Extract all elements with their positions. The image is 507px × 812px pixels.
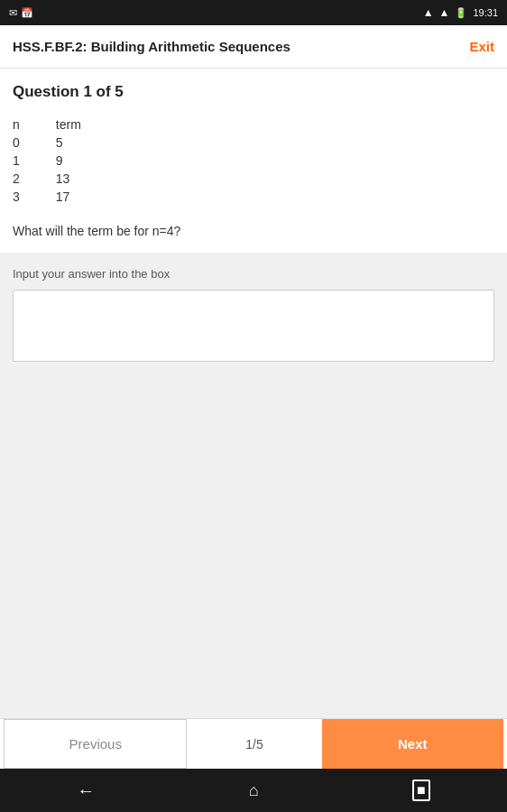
question-text: What will the term be for n=4? xyxy=(13,224,494,238)
question-area: Question 1 of 5 n term 0 5 1 9 xyxy=(0,69,507,253)
col-header-n: n xyxy=(13,115,56,134)
cell-term-1: 9 xyxy=(56,152,117,170)
signal-icon: ▲ xyxy=(439,6,450,19)
table-row: 2 13 xyxy=(13,170,117,188)
header: HSS.F.BF.2: Building Arithmetic Sequence… xyxy=(0,25,507,69)
cell-n-0: 0 xyxy=(13,134,56,152)
cell-term-3: 17 xyxy=(56,188,117,206)
status-bar: ✉ 📅 ▲ ▲ 🔋 19:31 xyxy=(0,0,507,25)
cell-n-3: 3 xyxy=(13,188,56,206)
battery-icon: 🔋 xyxy=(455,7,467,19)
page-indicator: 1/5 xyxy=(190,737,318,752)
answer-input[interactable] xyxy=(13,290,494,362)
calendar-icon: 📅 xyxy=(21,7,33,19)
page-title: HSS.F.BF.2: Building Arithmetic Sequence… xyxy=(13,39,290,54)
status-icons-left: ✉ 📅 xyxy=(9,7,33,19)
time-display: 19:31 xyxy=(473,7,498,18)
bottom-navigation: Previous 1/5 Next xyxy=(0,718,507,769)
input-section: Input your answer into the box xyxy=(0,253,507,718)
next-button[interactable]: Next xyxy=(322,719,503,769)
cell-n-2: 2 xyxy=(13,170,56,188)
table-row: 0 5 xyxy=(13,134,117,152)
table-row: 1 9 xyxy=(13,152,117,170)
exit-button[interactable]: Exit xyxy=(469,39,494,54)
sequence-table-area: n term 0 5 1 9 2 13 xyxy=(13,115,494,206)
cell-term-2: 13 xyxy=(56,170,117,188)
input-label: Input your answer into the box xyxy=(13,267,494,281)
cell-term-0: 5 xyxy=(56,134,117,152)
email-icon: ✉ xyxy=(9,7,17,19)
wifi-icon: ▲ xyxy=(423,6,434,19)
previous-button[interactable]: Previous xyxy=(4,719,187,769)
android-nav-bar: ← ⌂ ■ xyxy=(0,769,507,812)
sequence-table: n term 0 5 1 9 2 13 xyxy=(13,115,117,206)
main-content: Question 1 of 5 n term 0 5 1 9 xyxy=(0,69,507,718)
cell-n-1: 1 xyxy=(13,152,56,170)
table-row: 3 17 xyxy=(13,188,117,206)
question-number: Question 1 of 5 xyxy=(13,83,494,101)
status-icons-right: ▲ ▲ 🔋 19:31 xyxy=(423,6,498,19)
col-header-term: term xyxy=(56,115,117,134)
home-button[interactable]: ⌂ xyxy=(249,781,259,800)
recents-button[interactable]: ■ xyxy=(412,780,430,801)
back-button[interactable]: ← xyxy=(77,780,95,801)
